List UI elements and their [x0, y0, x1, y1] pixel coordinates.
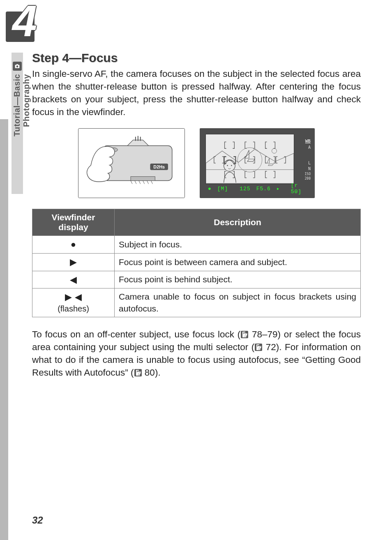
camera-icon — [13, 62, 22, 71]
vf-mode-label: A — [305, 145, 311, 150]
page-ref-icon — [134, 369, 142, 377]
table-header-display: Viewfinder display — [32, 209, 115, 236]
table-row: ▶ Focus point is between camera and subj… — [32, 253, 361, 271]
sidebar-section-label: Tutorial—Basic Photography — [12, 74, 31, 189]
para2-seg1: To focus on an off-center subject, use f… — [32, 329, 240, 339]
vf-quality-label: L — [305, 160, 311, 166]
page-ref-icon — [254, 343, 263, 351]
symbol-in-focus: ● — [32, 236, 115, 254]
camera-press-illustration: D2Hs — [78, 128, 185, 198]
table-row: ▶ ◀ (flashes) Camera unable to focus on … — [32, 288, 361, 317]
vf-focus-dot: ● — [208, 186, 212, 192]
vf-shutter: 125 — [240, 186, 250, 192]
chapter-number: 4 — [12, 3, 37, 39]
vf-meter-arrow: ▸ — [277, 185, 280, 192]
viewfinder-right-readout: WB A L N ISO 200 — [305, 138, 311, 181]
viewfinder-scene — [205, 134, 294, 184]
viewfinder-illustration: WB A L N ISO 200 ● [M] 125 F5.6 ▸ [r 50] — [200, 128, 315, 198]
para2-ref3: 80). — [142, 367, 161, 378]
main-content: Step 4—Focus In single-servo AF, the cam… — [32, 51, 361, 379]
vf-wb-label: WB — [305, 138, 311, 144]
svg-point-11 — [224, 160, 235, 171]
manual-page: 4 Tutorial—Basic Photography Step 4—Focu… — [0, 0, 392, 540]
desc-in-focus: Subject in focus. — [115, 236, 361, 254]
viewfinder-table: Viewfinder display Description ● Subject… — [32, 209, 361, 317]
symbol-flash-note: (flashes) — [37, 303, 110, 314]
symbol-front-focus: ▶ — [32, 253, 115, 271]
vf-aperture: F5.6 — [256, 186, 271, 192]
intro-paragraph: In single-servo AF, the camera focuses o… — [32, 67, 361, 118]
vf-size-label: N — [305, 166, 311, 172]
illustration-row: D2Hs — [32, 128, 361, 198]
svg-rect-7 — [131, 177, 155, 181]
viewfinder-bottom-readout: ● [M] 125 F5.6 ▸ [r 50] — [208, 182, 294, 195]
table-row: ◀ Focus point is behind subject. — [32, 271, 361, 288]
desc-back-focus: Focus point is behind subject. — [115, 271, 361, 288]
step-heading: Step 4—Focus — [32, 51, 361, 65]
table-row: ● Subject in focus. — [32, 236, 361, 254]
vf-af-mode: [M] — [217, 186, 228, 192]
symbol-unable-focus: ▶ ◀ (flashes) — [32, 288, 115, 317]
desc-unable-focus: Camera unable to focus on subject in foc… — [115, 288, 361, 317]
svg-point-12 — [227, 165, 228, 166]
symbol-back-focus: ◀ — [32, 271, 115, 288]
vf-frame-count: [r 50] — [291, 182, 302, 195]
svg-point-13 — [231, 165, 232, 166]
desc-front-focus: Focus point is between camera and subjec… — [115, 253, 361, 271]
table-header-description: Description — [115, 209, 361, 236]
left-spine-bar — [0, 119, 8, 540]
vf-iso-label: ISO 200 — [305, 172, 311, 181]
svg-text:D2Hs: D2Hs — [153, 164, 165, 169]
closing-paragraph: To focus on an off-center subject, use f… — [32, 328, 361, 379]
page-number: 32 — [32, 515, 43, 526]
symbol-flash-arrows: ▶ ◀ — [65, 292, 81, 302]
page-ref-icon — [240, 330, 249, 339]
